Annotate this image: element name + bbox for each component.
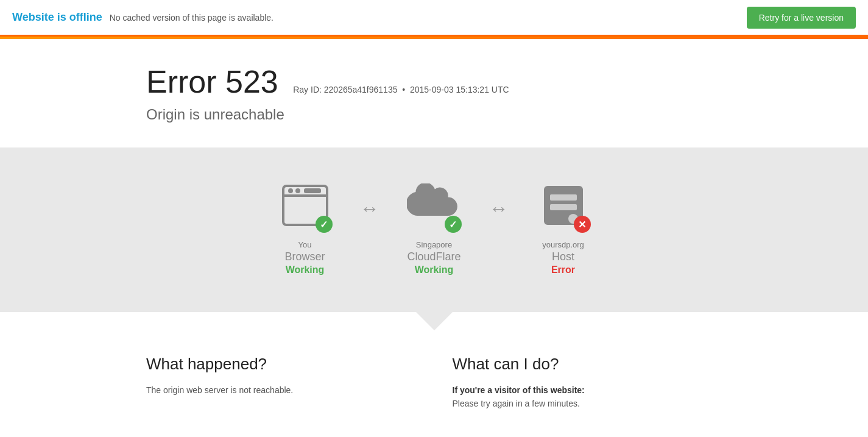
info-left: What happened? The origin web server is … xyxy=(146,355,416,411)
svg-rect-7 xyxy=(550,204,577,210)
host-icon-wrap: ✕ xyxy=(536,178,591,233)
browser-status-badge: ✓ xyxy=(316,216,333,233)
visitor-label-strong: If you're a visitor of this website: xyxy=(453,385,585,395)
diagram-item-browser: ✓ You Browser Working xyxy=(256,178,354,275)
svg-rect-6 xyxy=(550,194,577,201)
visitor-label: If you're a visitor of this website: xyxy=(453,383,722,397)
cloudflare-name: CloudFlare xyxy=(407,250,460,263)
error-section: Error 523 Ray ID: 220265a41f961135 • 201… xyxy=(0,39,868,147)
cached-notice: No cached version of this page is availa… xyxy=(110,13,273,23)
diagram-row: ✓ You Browser Working ↔ ✓ Singapore Clou… xyxy=(256,178,612,275)
offline-title: Website is offline xyxy=(12,11,102,24)
triangle-pointer xyxy=(416,312,453,330)
host-status-badge: ✕ xyxy=(574,216,591,233)
ray-id: Ray ID: 220265a41f961135 xyxy=(293,85,397,94)
browser-name: Browser xyxy=(284,250,325,263)
timestamp: 2015-09-03 15:13:21 UTC xyxy=(410,85,509,94)
what-can-i-do-heading: What can I do? xyxy=(453,355,722,374)
svg-rect-4 xyxy=(304,188,321,193)
triangle-section xyxy=(0,312,868,330)
what-happened-body: The origin web server is not reachable. xyxy=(146,383,416,397)
header-bar: Website is offline No cached version of … xyxy=(0,0,868,37)
browser-status: Working xyxy=(286,265,325,275)
svg-point-3 xyxy=(295,188,300,193)
host-name: Host xyxy=(552,250,574,263)
what-happened-heading: What happened? xyxy=(146,355,416,374)
diagram-section: ✓ You Browser Working ↔ ✓ Singapore Clou… xyxy=(0,147,868,312)
diagram-item-host: ✕ yoursdp.org Host Error xyxy=(515,178,612,275)
cloudflare-status-badge: ✓ xyxy=(445,216,462,233)
retry-button[interactable]: Retry for a live version xyxy=(747,7,856,29)
arrow-1: ↔ xyxy=(360,197,379,220)
ray-info: Ray ID: 220265a41f961135 • 2015-09-03 15… xyxy=(293,85,509,94)
info-right: What can I do? If you're a visitor of th… xyxy=(453,355,722,411)
info-section: What happened? The origin web server is … xyxy=(0,330,868,435)
visitor-body: Please try again in a few minutes. xyxy=(453,397,722,410)
error-code: Error 523 xyxy=(146,64,278,99)
host-status: Error xyxy=(551,265,575,275)
browser-location: You xyxy=(298,240,312,249)
cloudflare-icon-wrap: ✓ xyxy=(407,178,462,233)
browser-icon-wrap: ✓ xyxy=(278,178,333,233)
error-subtitle: Origin is unreachable xyxy=(146,106,722,123)
arrow-2: ↔ xyxy=(489,197,509,220)
cloudflare-location: Singapore xyxy=(416,240,452,249)
header-left: Website is offline No cached version of … xyxy=(12,11,273,24)
svg-point-2 xyxy=(288,188,293,193)
diagram-item-cloudflare: ✓ Singapore CloudFlare Working xyxy=(386,178,483,275)
cloudflare-status: Working xyxy=(415,265,454,275)
error-title-row: Error 523 Ray ID: 220265a41f961135 • 201… xyxy=(146,63,722,100)
host-location: yoursdp.org xyxy=(542,240,584,249)
